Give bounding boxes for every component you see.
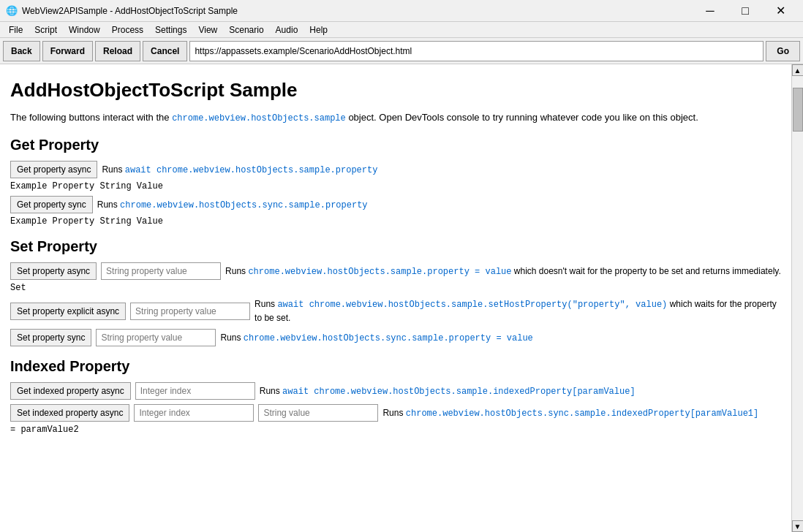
menu-audio[interactable]: Audio: [270, 22, 304, 38]
set-property-async-button[interactable]: Set property async: [10, 262, 97, 280]
scrollbar[interactable]: ▲ ▼: [791, 64, 803, 532]
back-button[interactable]: Back: [3, 41, 40, 61]
go-button[interactable]: Go: [766, 41, 800, 61]
set-indexed-property-index-input[interactable]: [134, 404, 254, 422]
maximize-button[interactable]: □: [728, 0, 762, 22]
menu-script[interactable]: Script: [29, 22, 63, 38]
get-indexed-property-input[interactable]: [135, 382, 255, 400]
get-property-sync-desc: Runs chrome.webview.hostObjects.sync.sam…: [97, 198, 781, 212]
indexed-property-heading: Indexed Property: [10, 358, 781, 375]
close-button[interactable]: ✕: [764, 0, 797, 22]
explicit-async-pre: Runs: [255, 299, 277, 309]
set-async-pre: Runs: [225, 266, 248, 276]
content-area: AddHostObjectToScript Sample The followi…: [0, 64, 803, 532]
set-sync-code: chrome.webview.hostObjects.sync.sample.p…: [244, 333, 533, 343]
get-property-async-button[interactable]: Get property async: [10, 161, 97, 178]
explicit-async-code: await chrome.webview.hostObjects.sample.…: [277, 300, 667, 310]
set-property-heading: Set Property: [10, 238, 781, 255]
scroll-up-arrow[interactable]: ▲: [792, 64, 804, 76]
set-property-sync-block: Set property sync Runs chrome.webview.ho…: [10, 329, 781, 346]
set-property-async-block: Set property async Runs chrome.webview.h…: [10, 262, 781, 293]
get-indexed-property-desc: Runs await chrome.webview.hostObjects.sa…: [260, 384, 781, 398]
app-icon: 🌐: [6, 5, 18, 17]
set-property-sync-button[interactable]: Set property sync: [10, 329, 91, 346]
menu-view[interactable]: View: [192, 22, 223, 38]
set-property-async-row: Set property async Runs chrome.webview.h…: [10, 262, 781, 280]
set-property-sync-input[interactable]: [96, 329, 216, 346]
set-sync-pre: Runs: [220, 332, 243, 343]
menu-help[interactable]: Help: [304, 22, 333, 38]
get-async-code: await chrome.webview.hostObjects.sample.…: [125, 165, 378, 175]
set-indexed-code: chrome.webview.hostObjects.sync.sample.i…: [406, 408, 758, 419]
scroll-thumb[interactable]: [793, 88, 803, 132]
set-property-sync-desc: Runs chrome.webview.hostObjects.sync.sam…: [220, 331, 781, 345]
window-title: WebView2APISample - AddHostObjectToScrip…: [22, 6, 693, 16]
menu-scenario[interactable]: Scenario: [223, 22, 269, 38]
set-property-explicit-async-row: Set property explicit async Runs await c…: [10, 297, 781, 324]
get-indexed-property-block: Get indexed property async Runs await ch…: [10, 382, 781, 400]
description: The following buttons interact with the …: [10, 110, 781, 125]
set-indexed-pre: Runs: [382, 408, 405, 418]
desc-code: chrome.webview.hostObjects.sample: [172, 113, 346, 123]
set-property-explicit-async-desc: Runs await chrome.webview.hostObjects.sa…: [255, 297, 781, 324]
main-content: AddHostObjectToScript Sample The followi…: [0, 64, 791, 532]
scroll-down-arrow[interactable]: ▼: [792, 520, 804, 532]
reload-button[interactable]: Reload: [95, 41, 140, 61]
get-indexed-code: await chrome.webview.hostObjects.sample.…: [282, 387, 635, 397]
set-property-sync-row: Set property sync Runs chrome.webview.ho…: [10, 329, 781, 346]
get-property-sync-button[interactable]: Get property sync: [10, 196, 93, 213]
set-indexed-property-block: Set indexed property async Runs chrome.w…: [10, 404, 781, 435]
get-property-async-result: Example Property String Value: [10, 181, 781, 191]
get-indexed-property-async-button[interactable]: Get indexed property async: [10, 382, 131, 400]
set-property-async-desc: Runs chrome.webview.hostObjects.sample.p…: [225, 265, 781, 278]
get-property-sync-result: Example Property String Value: [10, 216, 781, 227]
get-async-pre: Runs: [102, 164, 124, 175]
desc-suffix: object. Open DevTools console to try run…: [346, 112, 698, 123]
menu-settings[interactable]: Settings: [149, 22, 192, 38]
get-sync-code: chrome.webview.hostObjects.sync.sample.p…: [120, 200, 367, 210]
menu-process[interactable]: Process: [106, 22, 149, 38]
set-indexed-property-row: Set indexed property async Runs chrome.w…: [10, 404, 781, 422]
set-async-mid: which doesn't wait for the property to b…: [511, 266, 780, 276]
set-indexed-property-desc: Runs chrome.webview.hostObjects.sync.sam…: [382, 406, 781, 420]
get-property-sync-block: Get property sync Runs chrome.webview.ho…: [10, 196, 781, 227]
get-property-async-row: Get property async Runs await chrome.web…: [10, 161, 781, 178]
set-property-async-result: Set: [10, 283, 781, 293]
get-property-heading: Get Property: [10, 137, 781, 153]
minimize-button[interactable]: ─: [693, 0, 727, 22]
get-property-async-block: Get property async Runs await chrome.web…: [10, 161, 781, 191]
get-indexed-property-row: Get indexed property async Runs await ch…: [10, 382, 781, 400]
set-property-explicit-async-block: Set property explicit async Runs await c…: [10, 297, 781, 324]
address-input[interactable]: [189, 41, 764, 61]
page-title: AddHostObjectToScript Sample: [10, 79, 781, 102]
set-property-explicit-async-input[interactable]: [130, 303, 250, 320]
set-async-code: chrome.webview.hostObjects.sample.proper…: [248, 267, 511, 277]
get-property-sync-row: Get property sync Runs chrome.webview.ho…: [10, 196, 781, 213]
forward-button[interactable]: Forward: [42, 41, 93, 61]
menu-bar: File Script Window Process Settings View…: [0, 22, 803, 38]
desc-prefix: The following buttons interact with the: [10, 112, 172, 123]
set-indexed-property-async-button[interactable]: Set indexed property async: [10, 404, 129, 422]
menu-window[interactable]: Window: [63, 22, 106, 38]
title-bar: 🌐 WebView2APISample - AddHostObjectToScr…: [0, 0, 803, 22]
set-property-explicit-async-button[interactable]: Set property explicit async: [10, 303, 126, 320]
set-property-async-input[interactable]: [101, 262, 221, 280]
get-sync-pre: Runs: [97, 200, 120, 210]
get-property-async-desc: Runs await chrome.webview.hostObjects.sa…: [102, 163, 781, 177]
get-indexed-pre: Runs: [260, 386, 282, 396]
set-indexed-property-value-input[interactable]: [258, 404, 378, 422]
window-controls: ─ □ ✕: [693, 0, 797, 22]
cancel-button[interactable]: Cancel: [143, 41, 187, 61]
set-indexed-property-result: = paramValue2: [10, 425, 781, 435]
nav-bar: Back Forward Reload Cancel Go: [0, 38, 803, 64]
menu-file[interactable]: File: [3, 22, 29, 38]
